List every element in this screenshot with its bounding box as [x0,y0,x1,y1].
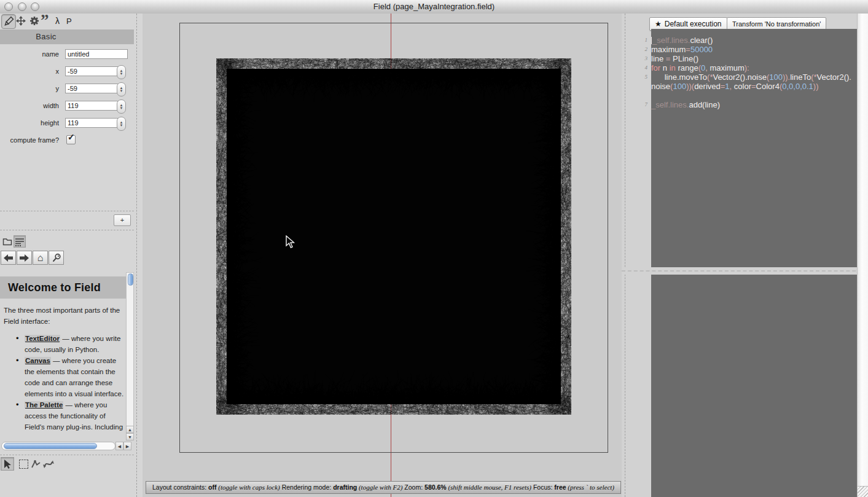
pencil-icon [2,15,15,28]
mouse-cursor [285,235,296,249]
quotes-tool-button[interactable]: ” [41,11,49,30]
marquee-tool-button[interactable] [17,457,30,471]
forward-arrow-icon [19,254,29,262]
editor-panel: ★ Default execution Transform 'No transf… [622,14,868,497]
height-label: height [0,119,59,127]
welcome-title: Welcome to Field [0,276,127,299]
height-input[interactable] [65,118,119,128]
select-tool-button[interactable] [1,457,14,471]
window-title: Field (page_MayaIntegration.field) [0,2,868,11]
x-row: x ▲▼ [0,63,134,80]
home-icon: ⌂ [37,252,44,264]
term-texteditor[interactable]: TextEditor [25,335,60,342]
home-button[interactable]: ⌂ [33,251,48,265]
default-execution-label: Default execution [665,20,722,28]
gear-tool-button[interactable] [29,16,39,26]
compute-frame-label: compute frame? [0,136,59,144]
section-title: Basic [0,29,92,44]
star-icon: ★ [655,20,662,28]
quotes-icon: ” [41,11,49,29]
vertical-scrollbar[interactable] [126,272,134,440]
cursor-arrow-icon [2,459,12,469]
title-bar: Field (page_MayaIntegration.field) [0,0,868,14]
list-item: Canvas — where you create the elements t… [25,355,124,399]
tab-folder[interactable] [1,235,14,248]
section-separator [0,455,134,455]
horizontal-scrollbar[interactable] [1,442,115,450]
text-list-icon [15,237,25,246]
vertical-scroll-thumb[interactable] [128,273,133,286]
panel-divider[interactable] [136,14,137,497]
height-stepper[interactable]: ▲▼ [117,117,126,131]
scroll-left-button[interactable] [115,442,123,450]
basic-section-header: Basic [0,29,134,44]
panel-divider[interactable] [625,14,625,497]
s-curve-arrows-icon [42,459,55,469]
path-tool-button[interactable] [29,457,42,471]
secondary-editor-pane[interactable] [651,275,857,497]
marker-button[interactable] [49,251,64,265]
forward-button[interactable] [17,251,32,265]
marquee-icon [19,460,28,469]
add-property-button[interactable]: + [114,214,131,226]
path-node-icon [31,459,41,469]
compute-frame-row: compute frame? [0,132,134,149]
transform-label: Transform 'No transformation' [732,20,821,28]
compute-frame-checkbox[interactable] [66,135,76,144]
scribble-drawing[interactable] [216,58,571,415]
y-row: y ▲▼ [0,80,134,98]
status-bar: Layout constraints: off (toggle with cap… [146,481,621,494]
p-tool-button[interactable]: P [66,17,72,26]
height-row: height ▲▼ [0,115,134,132]
tab-notes[interactable] [14,235,26,248]
move-icon [16,16,26,26]
section-separator [0,230,134,230]
lambda-tool-button[interactable]: λ [55,16,60,26]
y-stepper[interactable]: ▲▼ [117,82,126,96]
width-label: width [0,102,59,109]
name-input[interactable] [65,49,128,59]
pencil-tool-button[interactable] [1,14,16,29]
y-input[interactable] [65,84,119,93]
list-item: The Palette — where you access the funct… [25,399,124,432]
width-input[interactable] [65,101,119,111]
inspector-panel: ” λ P Basic name x ▲▼ y ▲▼ width ▲▼ heig… [0,14,143,497]
field-window: Field (page_MayaIntegration.field) [0,0,868,497]
term-palette[interactable]: The Palette [25,401,63,409]
x-input[interactable] [65,66,119,76]
p-icon: P [66,17,72,26]
back-button[interactable] [1,251,16,265]
name-row: name [0,46,134,63]
folder-icon [2,237,12,246]
back-arrow-icon [3,254,14,262]
editor-scrollbar-track[interactable] [857,14,868,497]
scroll-right-button[interactable] [123,442,131,450]
welcome-list: TextEditor — where you write code, usual… [4,333,124,432]
name-label: name [0,50,59,58]
width-stepper[interactable]: ▲▼ [117,100,126,114]
lambda-icon: λ [55,16,60,26]
scroll-down-button[interactable] [126,433,134,440]
pin-loop-icon [52,253,61,263]
editor-splitter[interactable] [622,267,868,275]
horizontal-scroll-thumb[interactable] [4,443,97,449]
scroll-up-button[interactable] [126,426,134,433]
move-tool-button[interactable] [16,16,26,26]
welcome-intro: The three most important parts of the Fi… [4,305,124,327]
status-text: Layout constraints: off (toggle with cap… [152,483,614,491]
section-separator [0,211,134,211]
x-stepper[interactable]: ▲▼ [117,65,126,79]
welcome-header: Welcome to Field [0,276,127,299]
x-label: x [0,68,59,75]
list-item: TextEditor — where you write code, usual… [25,333,124,355]
term-canvas[interactable]: Canvas [25,357,51,364]
gear-icon [29,16,39,26]
y-label: y [0,85,59,92]
canvas-panel[interactable]: Layout constraints: off (toggle with cap… [143,14,622,497]
code-editor[interactable]: 1_self.lines.clear()2maximum=500003line … [633,36,857,109]
swap-tool-button[interactable] [42,457,55,471]
width-row: width ▲▼ [0,98,134,115]
welcome-text[interactable]: The three most important parts of the Fi… [0,299,125,441]
resize-grip[interactable] [857,486,868,497]
